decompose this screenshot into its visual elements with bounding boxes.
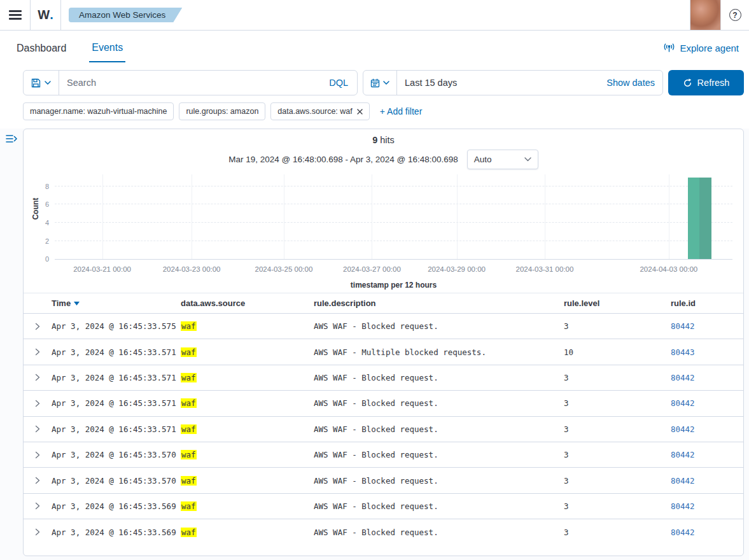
cell-source-highlighted: waf: [181, 476, 197, 486]
cell-rule-id-link[interactable]: 80443: [671, 347, 743, 357]
y-axis-title: Count: [31, 198, 40, 220]
tabs-row: Dashboard Events Explore agent: [0, 31, 749, 65]
logo-text: W: [38, 8, 50, 22]
filter-label: manager.name: wazuh-virtual-machine: [30, 107, 167, 116]
cell-level: 3: [564, 373, 671, 382]
refresh-button[interactable]: Refresh: [668, 70, 744, 95]
filters-bar: manager.name: wazuh-virtual-machine rule…: [0, 95, 749, 121]
date-picker: Last 15 days Show dates: [363, 70, 663, 95]
column-header-level[interactable]: rule.level: [564, 298, 671, 308]
table-row: Apr 3, 2024 @ 16:45:33.570 waf AWS WAF -…: [24, 442, 743, 468]
save-icon: [31, 78, 41, 88]
saved-queries-button[interactable]: [24, 71, 59, 95]
calendar-button[interactable]: [363, 71, 397, 95]
column-header-time[interactable]: Time: [52, 298, 181, 308]
cell-time: Apr 3, 2024 @ 16:45:33.571: [52, 347, 181, 357]
cell-description: AWS WAF - Multiple blocked requests.: [314, 347, 564, 357]
cell-rule-id-link[interactable]: 80442: [671, 373, 743, 382]
antenna-icon: [663, 43, 675, 53]
refresh-label: Refresh: [697, 78, 730, 88]
sort-desc-icon: [74, 302, 80, 305]
expand-row-button[interactable]: [24, 348, 52, 356]
cell-level: 3: [564, 450, 671, 459]
hits-label: hits: [380, 135, 395, 145]
query-bar: DQL Last 15 days Show: [0, 65, 749, 95]
avatar[interactable]: [690, 0, 721, 30]
table-row: Apr 3, 2024 @ 16:45:33.571 waf AWS WAF -…: [24, 417, 743, 442]
date-range-value[interactable]: Last 15 days: [397, 78, 606, 88]
events-table: Time data.aws.source rule.description ru…: [24, 293, 743, 545]
expand-row-button[interactable]: [24, 502, 52, 510]
cell-rule-id-link[interactable]: 80442: [671, 424, 743, 434]
search-box: DQL: [23, 70, 358, 95]
filter-pill-rule-groups[interactable]: rule.groups: amazon: [179, 102, 265, 120]
remove-filter-icon[interactable]: [357, 109, 363, 115]
show-dates-link[interactable]: Show dates: [606, 78, 662, 88]
cell-rule-id-link[interactable]: 80442: [671, 398, 743, 408]
time-range-text: Mar 19, 2024 @ 16:48:00.698 - Apr 3, 202…: [228, 155, 458, 164]
expand-row-button[interactable]: [24, 323, 52, 330]
cell-description: AWS WAF - Blocked request.: [314, 373, 564, 382]
cell-source-highlighted: waf: [181, 347, 197, 357]
expand-row-button[interactable]: [24, 400, 52, 407]
cell-rule-id-link[interactable]: 80442: [671, 528, 743, 537]
cell-description: AWS WAF - Blocked request.: [314, 528, 564, 537]
tab-dashboard[interactable]: Dashboard: [14, 34, 69, 62]
column-header-source[interactable]: data.aws.source: [181, 298, 314, 308]
cell-description: AWS WAF - Blocked request.: [314, 450, 564, 459]
table-row: Apr 3, 2024 @ 16:45:33.571 waf AWS WAF -…: [24, 365, 743, 391]
cell-time: Apr 3, 2024 @ 16:45:33.575: [52, 321, 181, 331]
expand-row-button[interactable]: [24, 425, 52, 433]
cell-time: Apr 3, 2024 @ 16:45:33.570: [52, 450, 181, 459]
cell-time: Apr 3, 2024 @ 16:45:33.570: [52, 476, 181, 486]
search-input[interactable]: [59, 78, 320, 88]
top-bar: W. Amazon Web Services ?: [0, 0, 749, 31]
cell-time: Apr 3, 2024 @ 16:45:33.569: [52, 528, 181, 537]
tab-events[interactable]: Events: [89, 33, 125, 62]
cell-time: Apr 3, 2024 @ 16:45:33.571: [52, 398, 181, 408]
calendar-icon: [370, 78, 380, 88]
cell-time: Apr 3, 2024 @ 16:45:33.569: [52, 501, 181, 511]
expand-row-button[interactable]: [24, 374, 52, 381]
table-row: Apr 3, 2024 @ 16:45:33.571 waf AWS WAF -…: [24, 339, 743, 365]
query-language-button[interactable]: DQL: [320, 78, 357, 88]
cell-rule-id-link[interactable]: 80442: [671, 450, 743, 459]
events-content: 9 hits Mar 19, 2024 @ 16:48:00.698 - Apr…: [0, 129, 749, 560]
interval-value: Auto: [474, 155, 492, 164]
logo-dot: .: [50, 8, 53, 22]
hits-summary: 9 hits: [24, 135, 743, 145]
cell-rule-id-link[interactable]: 80442: [671, 476, 743, 486]
menu-button[interactable]: [0, 0, 31, 30]
column-header-description[interactable]: rule.description: [314, 298, 564, 308]
cell-description: AWS WAF - Blocked request.: [314, 321, 564, 331]
chevron-down-icon: [45, 81, 51, 85]
add-filter-link[interactable]: + Add filter: [380, 106, 423, 116]
hits-count: 9: [372, 135, 377, 145]
filter-pill-manager-name[interactable]: manager.name: wazuh-virtual-machine: [23, 102, 174, 120]
collapse-sidebar-icon[interactable]: [6, 134, 18, 144]
cell-level: 3: [564, 501, 671, 511]
chart-plot-area[interactable]: 02468: [55, 174, 732, 260]
chevron-down-icon: [383, 81, 389, 85]
explore-agent-link[interactable]: Explore agent: [663, 43, 739, 53]
cell-source-highlighted: waf: [181, 321, 197, 331]
wazuh-logo[interactable]: W.: [31, 0, 61, 30]
histogram-chart: Count 02468 2024-03-21 00:002024-03-23 0…: [24, 171, 743, 289]
histogram-bar[interactable]: [688, 178, 711, 259]
cell-level: 10: [564, 347, 671, 357]
expand-row-button[interactable]: [24, 477, 52, 484]
cell-level: 3: [564, 528, 671, 537]
filter-label: data.aws.source: waf: [277, 107, 352, 116]
help-icon[interactable]: ?: [729, 9, 741, 21]
breadcrumb[interactable]: Amazon Web Services: [69, 8, 182, 22]
interval-select[interactable]: Auto: [467, 150, 538, 169]
cell-rule-id-link[interactable]: 80442: [671, 501, 743, 511]
chevron-down-icon: [524, 157, 531, 162]
x-axis-title: timestamp per 12 hours: [55, 281, 732, 290]
cell-description: AWS WAF - Blocked request.: [314, 424, 564, 434]
cell-rule-id-link[interactable]: 80442: [671, 321, 743, 331]
expand-row-button[interactable]: [24, 451, 52, 459]
column-header-id[interactable]: rule.id: [671, 298, 743, 308]
expand-row-button[interactable]: [24, 528, 52, 536]
filter-pill-aws-source[interactable]: data.aws.source: waf: [270, 102, 369, 120]
